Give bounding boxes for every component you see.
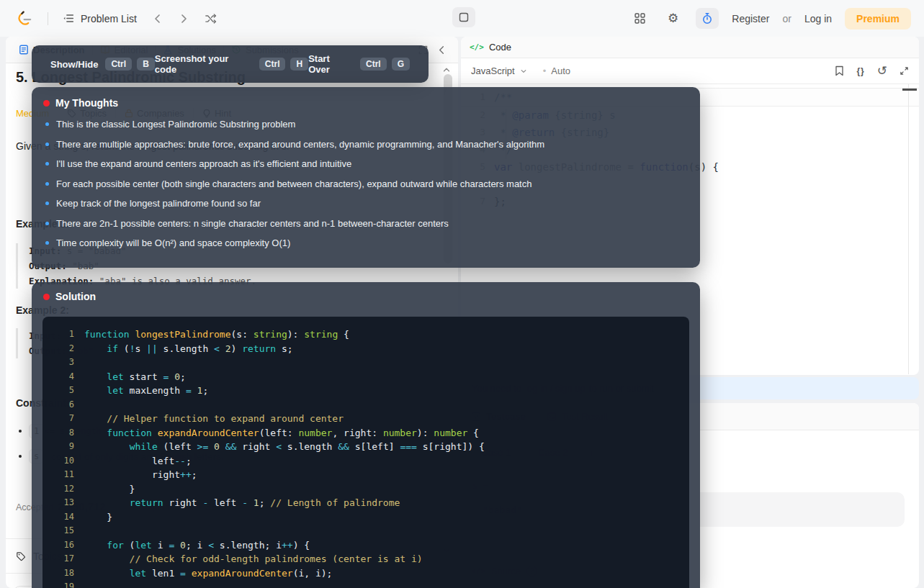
code-text: left--; (74, 454, 192, 469)
code-text: while (left >= 0 && right < s.length && … (74, 440, 485, 454)
code-text: } (74, 482, 135, 497)
bullet-dot (45, 202, 49, 205)
line-number: 10 (42, 454, 74, 469)
line-number: 15 (42, 524, 74, 538)
code-text: let len1 = expandAroundCenter(i, i); (74, 566, 332, 581)
grid-icon (634, 12, 646, 24)
code-text: for (let i = 0; i < s.length; i++) { (74, 538, 310, 553)
code-line: 11 right++; (42, 468, 689, 482)
bullet-dot (45, 241, 49, 245)
chevron-right-icon (179, 14, 189, 24)
shortcut-key: B (137, 58, 155, 71)
collapse-panel-icon[interactable] (437, 45, 447, 55)
code-panel-title: Code (489, 42, 511, 53)
bullet-dot (45, 162, 49, 166)
language-label: JavaScript (471, 65, 515, 76)
overlay-shortcut-toolbar: Show/Hide Ctrl B Screenshot your code Ct… (32, 45, 429, 83)
thoughts-list: This is the classic Longest Palindromic … (43, 118, 686, 257)
code-text: let start = 0; (74, 370, 186, 384)
bullet-text: For each possible center (both single ch… (56, 178, 531, 190)
shortcut-key: H (290, 58, 308, 71)
layout-button[interactable] (629, 8, 650, 29)
line-number: 12 (42, 482, 74, 497)
settings-button[interactable]: ⚙ (663, 8, 683, 29)
show-hide-button[interactable]: Show/Hide Ctrl B (50, 58, 155, 71)
stopwatch-icon (701, 12, 713, 24)
overview-ruler (908, 84, 909, 374)
code-line: 12 } (42, 482, 689, 497)
timer-button[interactable] (696, 8, 719, 29)
code-line: 17 // Check for odd-length palindromes (… (42, 552, 689, 566)
scroll-up-button[interactable] (442, 65, 451, 74)
bullet-text: Time complexity will be O(n²) and space … (56, 237, 290, 249)
code-text: // Check for odd-length palindromes (cen… (74, 552, 423, 566)
leetcode-logo[interactable] (13, 6, 37, 32)
line-number: 11 (42, 468, 74, 482)
code-text (74, 524, 84, 538)
screenshot-code-button[interactable]: Screenshot your code Ctrl H (155, 53, 308, 75)
bookmark-button[interactable] (835, 65, 844, 76)
solution-title: Solution (55, 291, 96, 302)
line-number: 9 (42, 440, 74, 454)
expand-editor-button[interactable] (900, 66, 909, 76)
reset-code-button[interactable]: ↺ (877, 65, 887, 77)
thought-bullet: Time complexity will be O(n²) and space … (43, 237, 686, 257)
code-icon: </> (470, 42, 484, 52)
bullet-dot (45, 182, 49, 186)
random-problem-button[interactable] (200, 8, 222, 30)
notes-button[interactable] (452, 7, 475, 27)
line-number: 5 (42, 384, 74, 398)
thought-bullet: I'll use the expand around centers appro… (43, 158, 686, 178)
code-line: 10 left--; (42, 454, 689, 469)
code-text: right++; (74, 468, 197, 482)
auto-toggle[interactable]: • Auto (543, 65, 570, 76)
code-line: 13 return right - left - 1; // Length of… (42, 496, 689, 510)
thought-bullet: For each possible center (both single ch… (43, 178, 686, 198)
line-number: 6 (42, 398, 74, 412)
code-line: 19 (42, 580, 689, 588)
or-text: or (782, 13, 791, 24)
line-number: 13 (42, 496, 74, 510)
thought-bullet: Keep track of the longest palindrome fou… (43, 197, 686, 217)
ruler-mark (902, 89, 917, 91)
chevron-down-icon (520, 68, 527, 75)
dot-separator: • (543, 65, 547, 76)
shortcut-key: G (392, 58, 410, 71)
line-number: 1 (42, 327, 74, 342)
line-number: 7 (42, 412, 74, 426)
overlay-my-thoughts: My Thoughts This is the classic Longest … (32, 87, 700, 268)
thought-bullet: There are 2n-1 possible centers: n singl… (43, 217, 686, 238)
register-link[interactable]: Register (732, 13, 769, 24)
prev-problem-button[interactable] (148, 9, 167, 28)
start-over-button[interactable]: Start Over Ctrl G (308, 53, 410, 75)
solution-header: Solution (43, 291, 700, 302)
code-text: function expandAroundCenter(left: number… (74, 426, 479, 440)
language-selector[interactable]: JavaScript (471, 65, 527, 76)
top-navbar: Problem List ⚙ (0, 0, 924, 37)
bullet-text: There are 2n-1 possible centers: n singl… (56, 217, 449, 230)
bullet-text: There are multiple approaches: brute for… (56, 138, 544, 150)
line-number: 18 (42, 566, 74, 581)
line-number: 17 (42, 552, 74, 566)
bullet-dot (45, 122, 49, 126)
bookmark-icon (835, 65, 844, 76)
next-problem-button[interactable] (174, 9, 193, 28)
problem-list-icon (63, 12, 75, 24)
bullet-text: This is the classic Longest Palindromic … (56, 118, 295, 130)
red-dot-icon (43, 100, 50, 107)
premium-button[interactable]: Premium (845, 8, 911, 30)
shortcut-key: Ctrl (105, 58, 132, 71)
code-line: 7 // Helper function to expand around ce… (42, 412, 689, 426)
code-text (74, 580, 84, 588)
format-code-button[interactable]: {} (856, 66, 864, 76)
bullet-text: I'll use the expand around centers appro… (56, 158, 351, 170)
login-link[interactable]: Log in (804, 13, 832, 24)
problem-list-button[interactable]: Problem List (58, 9, 141, 27)
code-text: } (74, 510, 112, 525)
problem-list-label: Problem List (81, 13, 137, 24)
auto-label: Auto (551, 65, 570, 76)
code-line: 18 let len1 = expandAroundCenter(i, i); (42, 566, 689, 581)
shortcut-key: Ctrl (360, 58, 387, 71)
line-number: 8 (42, 426, 74, 440)
chevron-up-icon (442, 65, 451, 74)
